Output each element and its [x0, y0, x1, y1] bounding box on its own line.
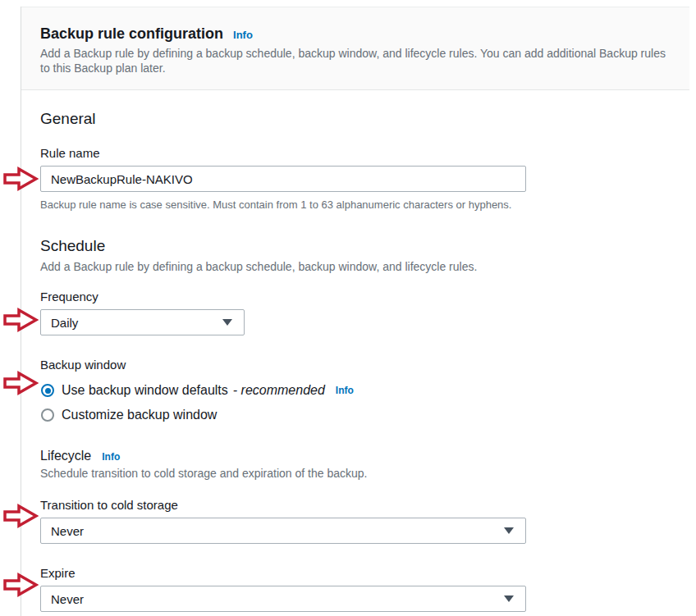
- lifecycle-heading-row: Lifecycle Info: [40, 449, 670, 463]
- radio-option-use-defaults[interactable]: Use backup window defaults - recommended…: [40, 381, 670, 400]
- annotation-arrow-frequency: [2, 308, 39, 332]
- schedule-description: Add a Backup rule by defining a backup s…: [40, 259, 670, 274]
- backup-window-radio-group: Use backup window defaults - recommended…: [40, 381, 670, 425]
- rule-name-helper-text: Backup rule name is case sensitive. Must…: [40, 198, 670, 212]
- radio-unselected-icon[interactable]: [41, 408, 54, 422]
- chevron-down-icon: [504, 595, 514, 602]
- page-title: Backup rule configuration: [40, 25, 223, 43]
- cold-storage-selected-value: Never: [51, 524, 84, 538]
- expire-label: Expire: [40, 565, 670, 582]
- radio-option-customize[interactable]: Customize backup window: [40, 405, 670, 425]
- chevron-down-icon: [504, 527, 514, 534]
- radio-option-label: Customize backup window: [62, 408, 217, 422]
- rule-name-input[interactable]: [40, 166, 526, 192]
- title-row: Backup rule configuration Info: [40, 25, 670, 43]
- annotation-arrow-rule-name: [2, 167, 39, 191]
- lifecycle-heading: Lifecycle: [40, 449, 91, 463]
- panel-header: Backup rule configuration Info Add a Bac…: [21, 7, 689, 90]
- cold-storage-label: Transition to cold storage: [40, 497, 670, 513]
- backup-window-label: Backup window: [40, 357, 670, 373]
- chevron-down-icon: [222, 319, 232, 326]
- frequency-select[interactable]: Daily: [40, 309, 245, 335]
- radio-option-suffix: - recommended: [233, 383, 325, 398]
- frequency-selected-value: Daily: [51, 316, 78, 330]
- backup-rule-configuration-panel: Backup rule configuration Info Add a Bac…: [21, 7, 689, 616]
- expire-selected-value: Never: [51, 592, 84, 606]
- lifecycle-description: Schedule transition to cold storage and …: [40, 466, 670, 481]
- lifecycle-info-link[interactable]: Info: [102, 451, 120, 463]
- general-section-heading: General: [40, 109, 670, 129]
- radio-option-label: Use backup window defaults: [62, 383, 228, 398]
- header-description: Add a Backup rule by defining a backup s…: [40, 47, 670, 75]
- frequency-label: Frequency: [40, 289, 670, 305]
- annotation-arrow-cold-storage: [2, 504, 39, 528]
- annotation-arrow-backup-window: [2, 371, 39, 395]
- radio-selected-icon[interactable]: [41, 384, 54, 397]
- header-info-link[interactable]: Info: [233, 29, 253, 41]
- rule-name-label: Rule name: [40, 145, 670, 162]
- backup-window-info-link[interactable]: Info: [336, 385, 354, 396]
- cold-storage-select[interactable]: Never: [40, 518, 526, 544]
- annotation-arrow-expire: [2, 573, 39, 597]
- schedule-section-heading: Schedule: [40, 236, 670, 256]
- panel-body: General Rule name Backup rule name is ca…: [21, 109, 689, 612]
- expire-select[interactable]: Never: [40, 586, 526, 612]
